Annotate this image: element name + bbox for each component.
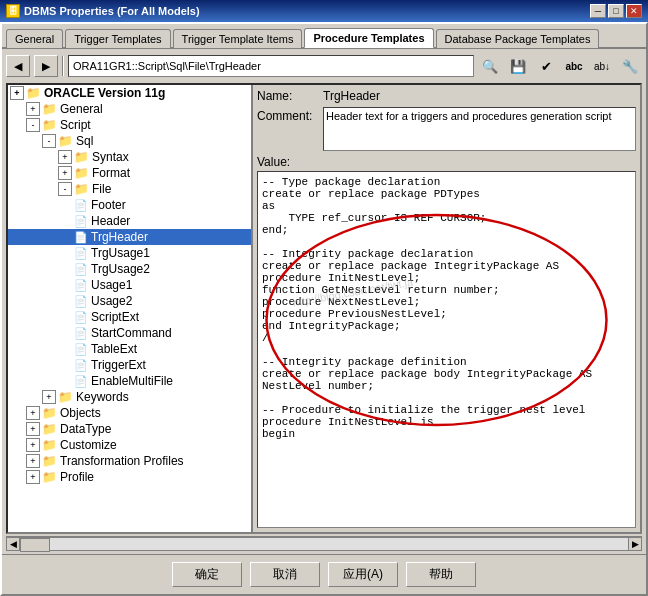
file-toggle[interactable]: - — [58, 182, 72, 196]
tab-content: ◀ ▶ 🔍 💾 ✔ abc ab↓ 🔧 + 📁 ORACLE Version 1… — [2, 49, 646, 554]
tree-startcommand[interactable]: 📄 StartCommand — [8, 325, 251, 341]
trgusage2-label: TrgUsage2 — [91, 262, 150, 276]
scrollbar-left-btn[interactable]: ◀ — [6, 537, 20, 551]
minimize-button[interactable]: ─ — [590, 4, 606, 18]
tree-profile[interactable]: + 📁 Profile — [8, 469, 251, 485]
header-file-icon: 📄 — [74, 215, 88, 228]
keywords-toggle[interactable]: + — [42, 390, 56, 404]
tree-format[interactable]: + 📁 Format — [8, 165, 251, 181]
script-label: Script — [60, 118, 91, 132]
value-textarea[interactable] — [257, 171, 636, 528]
search-icon-btn[interactable]: 🔍 — [478, 55, 502, 77]
comment-label: Comment: — [257, 107, 317, 123]
tab-general[interactable]: General — [6, 29, 63, 48]
tree-footer[interactable]: 📄 Footer — [8, 197, 251, 213]
check-icon-btn[interactable]: ✔ — [534, 55, 558, 77]
tableext-label: TableExt — [91, 342, 137, 356]
script-folder-icon: 📁 — [42, 118, 57, 132]
tree-general[interactable]: + 📁 General — [8, 101, 251, 117]
general-folder-icon: 📁 — [42, 102, 57, 116]
value-section: Value: — [257, 155, 636, 528]
tree-trgheader[interactable]: 📄 TrgHeader — [8, 229, 251, 245]
tab-trigger-template-items[interactable]: Trigger Template Items — [173, 29, 303, 48]
sql-label: Sql — [76, 134, 93, 148]
apply-button[interactable]: 应用(A) — [328, 562, 398, 587]
scrollbar-thumb[interactable] — [20, 538, 50, 552]
bottom-bar: 确定 取消 应用(A) 帮助 — [2, 554, 646, 594]
keywords-label: Keywords — [76, 390, 129, 404]
footer-file-icon: 📄 — [74, 199, 88, 212]
tree-trgusage1[interactable]: 📄 TrgUsage1 — [8, 245, 251, 261]
tree-objects[interactable]: + 📁 Objects — [8, 405, 251, 421]
tree-datatype[interactable]: + 📁 DataType — [8, 421, 251, 437]
help-button[interactable]: 帮助 — [406, 562, 476, 587]
root-toggle[interactable]: + — [10, 86, 24, 100]
tree-file[interactable]: - 📁 File — [8, 181, 251, 197]
toolbar-back-button[interactable]: ◀ — [6, 55, 30, 77]
comment-wrapper: Comment: — [257, 107, 636, 151]
sql-folder-icon: 📁 — [58, 134, 73, 148]
usage1-label: Usage1 — [91, 278, 132, 292]
format-folder-icon: 📁 — [74, 166, 89, 180]
tab-procedure-templates[interactable]: Procedure Templates — [304, 28, 433, 48]
tab-database-package-templates[interactable]: Database Package Templates — [436, 29, 600, 48]
syntax-toggle[interactable]: + — [58, 150, 72, 164]
abc-icon-btn[interactable]: abc — [562, 55, 586, 77]
format-toggle[interactable]: + — [58, 166, 72, 180]
syntax-folder-icon: 📁 — [74, 150, 89, 164]
tree-usage2[interactable]: 📄 Usage2 — [8, 293, 251, 309]
enablemultifile-label: EnableMultiFile — [91, 374, 173, 388]
usage2-label: Usage2 — [91, 294, 132, 308]
toolbar-forward-button[interactable]: ▶ — [34, 55, 58, 77]
tree-root[interactable]: + 📁 ORACLE Version 11g — [8, 85, 251, 101]
customize-toggle[interactable]: + — [26, 438, 40, 452]
scrollbar-right-btn[interactable]: ▶ — [628, 537, 642, 551]
tree-customize[interactable]: + 📁 Customize — [8, 437, 251, 453]
title-bar: 🗄 DBMS Properties (For All Models) ─ □ ✕ — [0, 0, 648, 22]
tree-script[interactable]: - 📁 Script — [8, 117, 251, 133]
main-window: General Trigger Templates Trigger Templa… — [0, 22, 648, 596]
profile-label: Profile — [60, 470, 94, 484]
profile-toggle[interactable]: + — [26, 470, 40, 484]
transformation-toggle[interactable]: + — [26, 454, 40, 468]
tree-tableext[interactable]: 📄 TableExt — [8, 341, 251, 357]
comment-textarea[interactable] — [323, 107, 636, 151]
footer-label: Footer — [91, 198, 126, 212]
objects-toggle[interactable]: + — [26, 406, 40, 420]
script-toggle[interactable]: - — [26, 118, 40, 132]
tree-sql[interactable]: - 📁 Sql — [8, 133, 251, 149]
tree-triggerext[interactable]: 📄 TriggerExt — [8, 357, 251, 373]
horizontal-scrollbar[interactable]: ◀ ▶ — [6, 536, 642, 550]
tree-header[interactable]: 📄 Header — [8, 213, 251, 229]
ok-button[interactable]: 确定 — [172, 562, 242, 587]
maximize-button[interactable]: □ — [608, 4, 624, 18]
format-icon-btn[interactable]: ab↓ — [590, 55, 614, 77]
tab-trigger-templates[interactable]: Trigger Templates — [65, 29, 170, 48]
triggerext-file-icon: 📄 — [74, 359, 88, 372]
usage1-file-icon: 📄 — [74, 279, 88, 292]
file-folder-icon: 📁 — [74, 182, 89, 196]
tree-transformation[interactable]: + 📁 Transformation Profiles — [8, 453, 251, 469]
extra-icon-btn[interactable]: 🔧 — [618, 55, 642, 77]
right-panel: Name: TrgHeader Comment: Value: http://b… — [253, 85, 640, 532]
trgusage2-file-icon: 📄 — [74, 263, 88, 276]
tree-syntax[interactable]: + 📁 Syntax — [8, 149, 251, 165]
cancel-button[interactable]: 取消 — [250, 562, 320, 587]
customize-folder-icon: 📁 — [42, 438, 57, 452]
startcommand-label: StartCommand — [91, 326, 172, 340]
objects-label: Objects — [60, 406, 101, 420]
tree-trgusage2[interactable]: 📄 TrgUsage2 — [8, 261, 251, 277]
path-input[interactable] — [68, 55, 474, 77]
tree-keywords[interactable]: + 📁 Keywords — [8, 389, 251, 405]
tree-usage1[interactable]: 📄 Usage1 — [8, 277, 251, 293]
save-icon-btn[interactable]: 💾 — [506, 55, 530, 77]
sql-toggle[interactable]: - — [42, 134, 56, 148]
scrollbar-track[interactable] — [20, 537, 628, 551]
tree-enablemultifile[interactable]: 📄 EnableMultiFile — [8, 373, 251, 389]
close-button[interactable]: ✕ — [626, 4, 642, 18]
general-toggle[interactable]: + — [26, 102, 40, 116]
tree-scriptext[interactable]: 📄 ScriptExt — [8, 309, 251, 325]
objects-folder-icon: 📁 — [42, 406, 57, 420]
datatype-toggle[interactable]: + — [26, 422, 40, 436]
trgusage1-file-icon: 📄 — [74, 247, 88, 260]
